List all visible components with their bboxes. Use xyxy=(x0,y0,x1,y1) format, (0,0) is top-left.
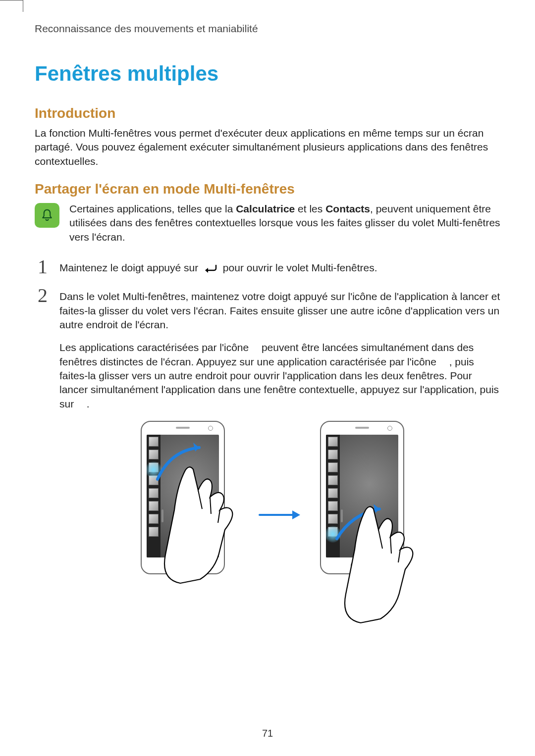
intro-paragraph: La fonction Multi-fenêtres vous permet d… xyxy=(35,126,500,168)
step-2-number: 2 xyxy=(35,286,51,305)
step-1: 1 Maintenez le doigt appuyé sur pour ouv… xyxy=(35,257,500,277)
back-hardware-icon xyxy=(203,263,218,277)
step-1-post: pour ouvrir le volet Multi-fenêtres. xyxy=(223,262,377,273)
note-mid: et les xyxy=(295,203,325,214)
phone-illustration-1 xyxy=(141,421,240,609)
arrow-right-icon xyxy=(258,507,302,522)
note-bold-calculatrice: Calculatrice xyxy=(236,203,295,214)
section-heading-split: Partager l'écran en mode Multi-fenêtres xyxy=(35,181,500,197)
step-1-pre: Maintenez le doigt appuyé sur xyxy=(59,262,201,273)
note-callout: Certaines applications, telles que la Ca… xyxy=(35,202,500,244)
crop-mark-vertical xyxy=(23,0,23,12)
swipe-arrow-icon xyxy=(141,421,240,609)
breadcrumb: Reconnaissance des mouvements et maniabi… xyxy=(35,23,500,35)
extra-a: Les applications caractérisées par l'icô… xyxy=(59,342,252,353)
page-title: Fenêtres multiples xyxy=(35,62,500,86)
extra-d: . xyxy=(87,398,90,409)
gesture-diagram xyxy=(59,421,500,609)
swipe-arrow-icon xyxy=(320,421,419,609)
step-1-text: Maintenez le doigt appuyé sur pour ouvri… xyxy=(59,257,500,277)
bell-icon xyxy=(35,203,59,228)
step-1-number: 1 xyxy=(35,257,51,277)
step-2: 2 Dans le volet Multi-fenêtres, maintene… xyxy=(35,286,500,332)
note-pre: Certaines applications, telles que la xyxy=(69,203,236,214)
page-number: 71 xyxy=(0,728,535,739)
step-2-extra: Les applications caractérisées par l'icô… xyxy=(59,341,500,411)
note-bold-contacts: Contacts xyxy=(325,203,370,214)
note-text: Certaines applications, telles que la Ca… xyxy=(69,202,500,244)
phone-illustration-2 xyxy=(320,421,419,609)
step-2-text: Dans le volet Multi-fenêtres, maintenez … xyxy=(59,286,500,332)
crop-mark-horizontal xyxy=(0,0,23,0)
manual-page: Reconnaissance des mouvements et maniabi… xyxy=(0,0,535,756)
section-heading-introduction: Introduction xyxy=(35,105,500,121)
